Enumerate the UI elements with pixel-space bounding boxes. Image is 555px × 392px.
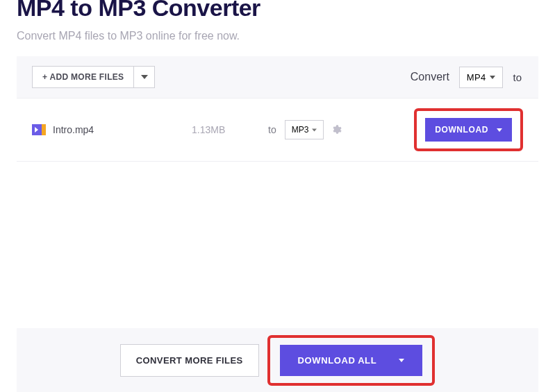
convert-more-button[interactable]: CONVERT MORE FILES [120,344,259,377]
empty-file-area [17,162,538,328]
convert-label: Convert [411,71,449,83]
converter-panel: + ADD MORE FILES Convert MP4 to Intro.mp… [17,56,538,392]
download-button-label: DOWNLOAD [435,125,488,135]
page-subtitle: Convert MP4 files to MP3 online for free… [17,30,538,42]
chevron-down-icon [490,76,495,79]
file-to-label: to [268,124,276,135]
file-row: Intro.mp4 1.13MB to MP3 DOWNLOAD [17,99,538,162]
file-name: Intro.mp4 [53,124,192,135]
to-label: to [513,71,522,83]
settings-button[interactable] [331,124,342,135]
source-format-select[interactable]: MP4 [459,67,504,88]
source-format-value: MP4 [467,72,486,83]
target-format-value: MP3 [292,125,309,135]
page-title: MP4 to MP3 Converter [17,0,538,22]
download-all-highlight: DOWNLOAD ALL [267,335,436,386]
download-highlight: DOWNLOAD [414,108,523,151]
target-format-select[interactable]: MP3 [285,120,324,139]
file-size: 1.13MB [192,124,268,135]
chevron-down-icon [497,128,502,132]
chevron-down-icon [312,128,317,132]
video-file-icon [32,124,46,135]
toolbar: + ADD MORE FILES Convert MP4 to [17,56,538,98]
add-more-files-dropdown[interactable] [134,66,155,88]
footer-actions: CONVERT MORE FILES DOWNLOAD ALL [17,328,538,390]
file-list: Intro.mp4 1.13MB to MP3 DOWNLOAD [17,98,538,162]
chevron-down-icon [141,75,148,79]
download-all-button[interactable]: DOWNLOAD ALL [280,345,423,376]
gear-icon [331,124,342,135]
chevron-down-icon [399,359,404,362]
add-more-files-button[interactable]: + ADD MORE FILES [32,66,134,88]
download-button[interactable]: DOWNLOAD [425,118,512,142]
download-all-label: DOWNLOAD ALL [298,355,377,366]
